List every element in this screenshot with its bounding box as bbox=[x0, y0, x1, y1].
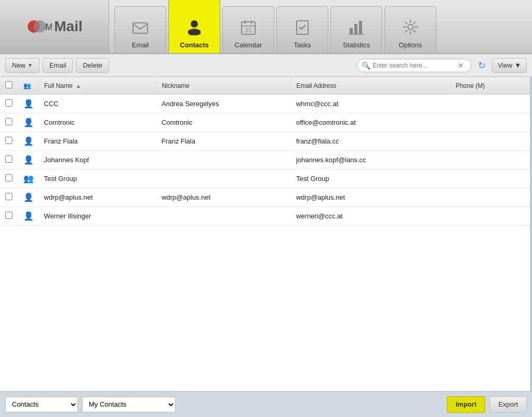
row-checkbox[interactable] bbox=[5, 155, 12, 163]
folder-select[interactable]: Contacts All Folders bbox=[5, 397, 78, 412]
view-button-label: View bbox=[498, 61, 512, 69]
table-row[interactable]: 👤Franz FialaFranz Fialafranz@fiala.cc bbox=[0, 132, 530, 151]
header-email: Email Address bbox=[291, 77, 450, 95]
row-nickname bbox=[156, 151, 291, 170]
table-row[interactable]: 👤Werner Illsingerwerneri@ccc.at bbox=[0, 207, 530, 226]
row-fullname: Comtronic bbox=[39, 113, 156, 132]
row-checkbox[interactable] bbox=[5, 99, 12, 107]
tab-email-label: Email bbox=[132, 41, 149, 49]
row-checkbox[interactable] bbox=[5, 212, 12, 219]
contacts-table: 👥 Full Name ▲ Nickname Email Address Pho… bbox=[0, 77, 530, 226]
search-clear-icon[interactable]: ✕ bbox=[458, 61, 464, 70]
sort-arrow-icon: ▲ bbox=[76, 83, 81, 89]
svg-point-18 bbox=[408, 24, 413, 30]
svg-rect-16 bbox=[359, 21, 362, 34]
view-button[interactable]: View ▼ bbox=[492, 58, 527, 73]
row-icon-cell: 👤 bbox=[18, 113, 39, 132]
logo-text: Mail bbox=[54, 18, 82, 35]
row-email: wdrp@aplus.net bbox=[291, 188, 450, 207]
header-checkbox-col bbox=[0, 77, 18, 95]
header-fullname[interactable]: Full Name ▲ bbox=[39, 77, 156, 95]
fullname-label: Full Name bbox=[44, 82, 73, 89]
svg-point-6 bbox=[191, 21, 197, 27]
list-select[interactable]: My Contacts All Contacts bbox=[82, 397, 176, 412]
tab-tasks[interactable]: Tasks bbox=[276, 6, 328, 53]
row-checkbox-cell bbox=[0, 113, 18, 132]
row-icon-cell: 👥 bbox=[18, 170, 39, 188]
statistics-nav-icon bbox=[348, 20, 365, 39]
header-phone: Phone (M) bbox=[450, 77, 530, 95]
table-header: 👥 Full Name ▲ Nickname Email Address Pho… bbox=[0, 77, 530, 95]
import-button[interactable]: Import bbox=[447, 396, 485, 413]
tab-statistics[interactable]: Statistics bbox=[330, 6, 382, 53]
row-email: werneri@ccc.at bbox=[291, 207, 450, 226]
row-icon-cell: 👤 bbox=[18, 151, 39, 170]
row-email: Test Group bbox=[291, 170, 450, 188]
row-checkbox[interactable] bbox=[5, 137, 12, 144]
contact-icon: 👤 bbox=[23, 212, 34, 220]
contact-icon: 👤 bbox=[23, 137, 34, 146]
table-row[interactable]: 👤Johannes Kopfjohannes.kopf@lans.cc bbox=[0, 151, 530, 170]
tab-contacts[interactable]: Contacts bbox=[168, 0, 220, 53]
row-nickname bbox=[156, 170, 291, 188]
export-button[interactable]: Export bbox=[489, 396, 527, 413]
delete-button-label: Delete bbox=[83, 61, 102, 69]
table-row[interactable]: 👤CCCAndrea Seregelyeswhmc@ccc.at bbox=[0, 95, 530, 113]
tab-options[interactable]: Options bbox=[384, 6, 436, 53]
new-button[interactable]: New ▼ bbox=[5, 58, 39, 73]
header-nickname: Nickname bbox=[156, 77, 291, 95]
search-input[interactable] bbox=[373, 62, 456, 69]
row-checkbox[interactable] bbox=[5, 118, 12, 125]
select-all-checkbox[interactable] bbox=[5, 81, 12, 88]
toolbar: New ▼ Email Delete 🔍 ✕ ↻ View ▼ bbox=[0, 54, 532, 77]
tab-options-label: Options bbox=[399, 41, 422, 49]
row-icon-cell: 👤 bbox=[18, 188, 39, 207]
refresh-button[interactable]: ↻ bbox=[474, 58, 489, 73]
row-nickname bbox=[156, 207, 291, 226]
row-nickname: Franz Fiala bbox=[156, 132, 291, 151]
footer: Contacts All Folders My Contacts All Con… bbox=[0, 391, 532, 417]
table-row[interactable]: 👤wdrp@aplus.netwdrp@aplus.netwdrp@aplus.… bbox=[0, 188, 530, 207]
tab-tasks-label: Tasks bbox=[294, 41, 311, 49]
contact-icon: 👤 bbox=[23, 118, 34, 127]
svg-point-1 bbox=[34, 20, 46, 32]
delete-button[interactable]: Delete bbox=[76, 58, 109, 73]
row-phone bbox=[450, 188, 530, 207]
new-button-label: New bbox=[12, 61, 25, 69]
row-checkbox-cell bbox=[0, 95, 18, 113]
options-nav-icon bbox=[402, 19, 419, 39]
svg-line-25 bbox=[414, 22, 416, 24]
row-phone bbox=[450, 207, 530, 226]
group-icon: 👥 bbox=[23, 174, 34, 183]
import-button-label: Import bbox=[456, 400, 476, 408]
tab-email[interactable]: Email bbox=[114, 6, 166, 53]
row-email: office@comtronic.at bbox=[291, 113, 450, 132]
svg-text:21: 21 bbox=[245, 27, 251, 33]
logo-icon: Mail bbox=[26, 14, 52, 40]
row-phone bbox=[450, 170, 530, 188]
svg-line-26 bbox=[405, 30, 407, 32]
row-email: franz@fiala.cc bbox=[291, 132, 450, 151]
row-fullname: Johannes Kopf bbox=[39, 151, 156, 170]
row-checkbox[interactable] bbox=[5, 174, 12, 181]
row-checkbox[interactable] bbox=[5, 193, 12, 200]
table-row[interactable]: 👤ComtronicComtronicoffice@comtronic.at bbox=[0, 113, 530, 132]
view-dropdown-arrow: ▼ bbox=[514, 61, 521, 69]
contacts-nav-icon bbox=[186, 19, 203, 39]
export-button-label: Export bbox=[498, 400, 518, 408]
row-nickname: Andrea Seregelyes bbox=[156, 95, 291, 113]
email-button-label: Email bbox=[49, 61, 66, 69]
row-checkbox-cell bbox=[0, 151, 18, 170]
svg-rect-15 bbox=[354, 24, 357, 34]
email-button[interactable]: Email bbox=[43, 58, 73, 73]
table-row[interactable]: 👥Test GroupTest Group bbox=[0, 170, 530, 188]
row-checkbox-cell bbox=[0, 170, 18, 188]
row-icon-cell: 👤 bbox=[18, 132, 39, 151]
row-checkbox-cell bbox=[0, 207, 18, 226]
header-icon-col: 👥 bbox=[18, 77, 39, 95]
header-group-icon: 👥 bbox=[23, 82, 31, 89]
row-phone bbox=[450, 113, 530, 132]
contacts-table-container: 👥 Full Name ▲ Nickname Email Address Pho… bbox=[0, 77, 532, 391]
tab-calendar[interactable]: 21 Calendar bbox=[222, 6, 274, 53]
svg-rect-3 bbox=[133, 23, 148, 33]
